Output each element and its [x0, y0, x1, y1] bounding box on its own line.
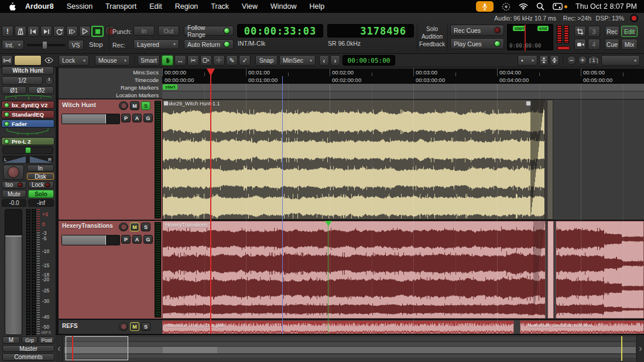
solo-lock-button[interactable]: Lock — [28, 181, 54, 189]
audio-region-sliver[interactable] — [547, 100, 553, 220]
strip-record-arm-button[interactable] — [3, 165, 24, 180]
marker-bank-3-button[interactable]: 3 — [588, 26, 600, 37]
session-start-marker[interactable]: start — [513, 26, 526, 31]
phase-2-button[interactable]: Ø2 — [28, 86, 54, 94]
track-group-button[interactable]: G — [143, 235, 153, 244]
playhead-line[interactable] — [210, 69, 211, 334]
mini-timeline[interactable]: start end 0:00:00:00 — [507, 24, 553, 50]
track-lane-hexery-transitions[interactable]: HexeryTransitions.1 — [162, 221, 644, 320]
gain-display[interactable]: -0.0 — [2, 199, 26, 207]
fade-out-shape[interactable] — [533, 221, 545, 318]
phase-1-button[interactable]: Ø1 — [2, 86, 26, 94]
selection-marker-arrow[interactable] — [325, 221, 332, 226]
mouse-mode-dropdown[interactable]: Mouse▾ — [95, 55, 130, 66]
track-automation-button[interactable]: A — [132, 235, 142, 244]
track-rec-arm-button[interactable] — [119, 223, 128, 231]
grab-tool-button[interactable] — [162, 55, 173, 66]
shrink-tracks-icon-button[interactable] — [539, 55, 549, 66]
play-range-button[interactable] — [66, 26, 78, 37]
auto-return-toggle[interactable]: Auto Return — [184, 39, 234, 49]
error-log-record-icon[interactable] — [630, 14, 638, 22]
marker-type-dropdown[interactable]: •▾ — [518, 55, 537, 66]
spotlight-search-icon[interactable] — [536, 2, 544, 11]
primary-clock[interactable]: 00:00:33:03 — [237, 24, 323, 37]
track-solo-button[interactable]: S — [141, 223, 150, 231]
nudge-clock[interactable]: 00:00:05:00 — [342, 55, 395, 66]
summary-view-rectangle[interactable] — [66, 336, 128, 360]
snap-toggle-button[interactable]: Snap — [255, 55, 278, 66]
ruler-label-range-markers[interactable]: Range Markers — [121, 84, 159, 91]
solo-indicator[interactable]: Solo — [419, 26, 445, 32]
expand-tracks-icon-button[interactable] — [550, 55, 559, 66]
track-name[interactable]: HexeryTransitions — [62, 223, 113, 229]
menu-window[interactable]: Window — [270, 2, 296, 11]
zoom-to-session-button[interactable]: ❲1❳ — [589, 56, 598, 65]
stretch-tool-button[interactable] — [200, 55, 212, 66]
location-markers-ruler[interactable] — [162, 91, 644, 100]
track-color-swatch[interactable] — [14, 55, 42, 66]
nudge-forward-button[interactable]: › — [330, 55, 340, 66]
rec-cues-toggle[interactable]: Rec Cues — [450, 25, 504, 36]
strip-solo-button[interactable]: Solo — [28, 190, 54, 198]
editor-page-button[interactable]: Edit — [621, 26, 638, 37]
follow-range-toggle[interactable]: Follow Range — [184, 26, 234, 36]
strip-mute-button[interactable]: Mute — [2, 190, 26, 198]
track-header-refs[interactable]: REFS M S — [59, 320, 162, 334]
varispeed-button[interactable]: VS — [68, 40, 84, 50]
master-button[interactable]: Master — [2, 345, 54, 352]
sample-rate-label[interactable]: SR 96.0kHz — [328, 40, 361, 47]
monitor-input-button[interactable]: In — [27, 165, 54, 172]
loop-button[interactable] — [53, 26, 65, 37]
clock-source-label[interactable]: INT/M-Clk — [238, 40, 265, 47]
track-automation-button[interactable]: A — [132, 114, 142, 122]
cut-tool-button[interactable]: ✂ — [187, 55, 199, 66]
strip-track-name-button[interactable]: Witch Hunt — [2, 66, 54, 75]
track-solo-button[interactable]: S — [141, 322, 150, 331]
stop-button[interactable] — [91, 26, 104, 37]
lock-mode-dropdown[interactable]: Lock▾ — [59, 55, 89, 66]
summary-pane[interactable]: ‹ › — [56, 335, 644, 362]
solo-isolate-button[interactable]: Iso — [2, 181, 26, 189]
menu-edit[interactable]: Edit — [149, 2, 162, 11]
track-mute-button[interactable]: M — [130, 322, 139, 331]
summary-scroll-left-button[interactable]: ‹ — [56, 335, 63, 362]
track-group-button[interactable]: G — [143, 114, 153, 122]
pan-width-handle[interactable] — [25, 147, 31, 153]
menu-session[interactable]: Session — [67, 2, 93, 11]
processor-active-led[interactable] — [4, 112, 9, 117]
processor-standardeq[interactable]: StandardEQ — [1, 110, 54, 118]
feedback-indicator[interactable]: Feedback — [419, 41, 445, 47]
trim-knob[interactable] — [44, 76, 54, 86]
monitor-disk-button[interactable]: Disk — [27, 173, 54, 180]
audio-region[interactable]: HexeryTransitions.1 — [162, 221, 546, 319]
processor-active-led[interactable] — [4, 103, 9, 108]
play-cues-toggle[interactable]: Play Cues — [450, 38, 504, 49]
track-resize-icon-button[interactable] — [1, 55, 13, 66]
goto-end-button[interactable] — [40, 26, 52, 37]
audio-region[interactable]: Reference - Poppy Disagree — [162, 320, 514, 334]
minsec-ruler[interactable]: 00:00:0000:01:0000:02:0000:03:0000:04:00… — [162, 69, 644, 77]
zoom-focus-dropdown[interactable]: ▾ — [601, 55, 640, 66]
strip-io-button[interactable]: 1/2 — [2, 76, 43, 85]
processor-bx-dyneq-v2[interactable]: bx_dynEQ V2 — [1, 101, 54, 109]
track-gain-slider[interactable] — [61, 114, 120, 124]
zoom-out-button[interactable]: − — [567, 56, 576, 65]
punch-in-button[interactable]: In — [133, 26, 155, 36]
menu-view[interactable]: View — [242, 2, 258, 11]
processor-active-led[interactable] — [4, 121, 9, 127]
screen-record-icon[interactable] — [502, 2, 511, 11]
menu-region[interactable]: Region — [175, 2, 198, 11]
fade-in-handle[interactable] — [163, 101, 169, 106]
range-tool-button[interactable]: ↔ — [174, 55, 186, 66]
menu-app-name[interactable]: Ardour8 — [25, 2, 54, 11]
comments-button[interactable]: Comments — [2, 353, 54, 361]
track-lane-refs[interactable]: Reference - Poppy Disagree Reference - D… — [162, 320, 644, 334]
processor-pro-l-2[interactable]: Pro-L 2 — [1, 137, 54, 145]
control-center-icon[interactable] — [553, 3, 567, 10]
shuttle-slider[interactable] — [27, 44, 66, 46]
midi-panic-button[interactable]: ! — [2, 26, 13, 37]
rec-mode-dropdown[interactable]: Layered▾ — [133, 39, 179, 49]
menu-track[interactable]: Track — [211, 2, 229, 11]
track-rec-arm-button[interactable] — [119, 322, 128, 331]
wifi-icon[interactable] — [519, 3, 528, 10]
